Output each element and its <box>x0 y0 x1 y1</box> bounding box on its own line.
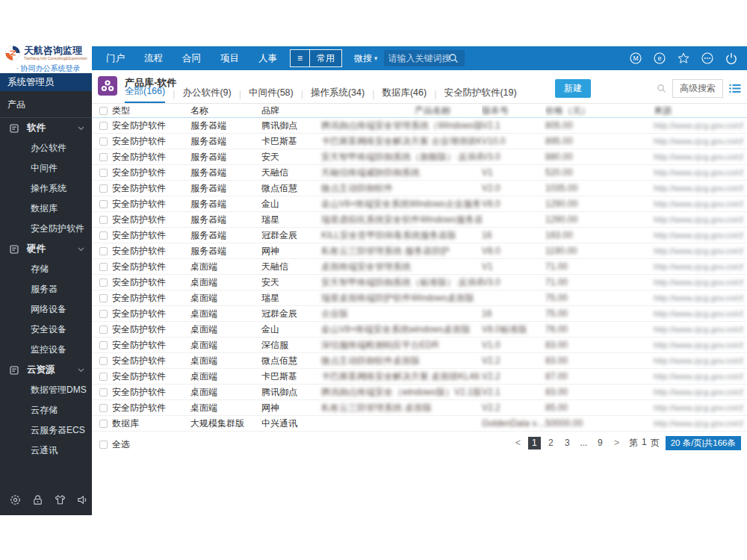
sidebar-item[interactable]: 操作系统 <box>0 178 92 199</box>
table-row[interactable]: 安全防护软件服务器端腾讯御点腾讯御点终端安全管理系统（Windows版）V2.1… <box>92 118 747 134</box>
table-row[interactable]: 安全防护软件桌面端瑞星瑞星桌面终端防护软件Windows桌面版75.00http… <box>92 290 747 306</box>
nav-item-common[interactable]: 常用 <box>309 50 341 66</box>
sidebar-item[interactable]: 云通讯 <box>0 441 92 461</box>
row-checkbox[interactable] <box>99 373 108 381</box>
sidebar-item[interactable]: 数据管理DMS <box>0 380 92 400</box>
table-row[interactable]: 安全防护软件桌面端网神私有云三防管理系统·桌面版V2.285.00http://… <box>92 400 747 416</box>
table-row[interactable]: 安全防护软件桌面端卡巴斯基卡巴斯基网络安全解决方案 桌面级KL48… +KL…V… <box>92 369 747 385</box>
favorite-star-icon[interactable] <box>677 52 690 65</box>
lock-icon[interactable] <box>31 493 44 506</box>
sidebar-item[interactable]: 监控设备 <box>0 340 92 360</box>
search-scope-dropdown[interactable]: 微搜 ▾ <box>354 52 378 65</box>
tab-5[interactable]: 数据库(46) <box>382 87 427 103</box>
table-row[interactable]: 安全防护软件服务器端冠群金辰KILL安全胄甲防病毒系统服务器版16163.00h… <box>92 228 747 243</box>
tab-1[interactable]: 全部(166) <box>125 85 165 103</box>
table-row[interactable]: 安全防护软件服务器端卡巴斯基卡巴斯基网络安全解决方案 企业增强级KL4863AA… <box>92 134 747 149</box>
page-size-badge[interactable]: 20 条/页|共166条 <box>666 436 741 450</box>
row-checkbox[interactable] <box>99 169 108 177</box>
theme-tshirt-icon[interactable] <box>54 493 66 506</box>
sidebar-group-header[interactable]: 云资源 <box>0 360 92 380</box>
page-number[interactable]: 3 <box>561 437 574 449</box>
row-checkbox[interactable] <box>99 263 108 271</box>
row-checkbox[interactable] <box>99 184 108 193</box>
table-row[interactable]: 安全防护软件桌面端冠群金辰企业版1675.00http://www.zjcg.g… <box>92 306 747 322</box>
sidebar-item[interactable]: 存储 <box>0 259 92 279</box>
sidebar-item[interactable]: 服务器 <box>0 279 92 299</box>
row-checkbox[interactable] <box>99 357 108 365</box>
row-checkbox[interactable] <box>99 122 108 130</box>
row-checkbox[interactable] <box>99 231 108 240</box>
row-checkbox[interactable] <box>99 200 108 208</box>
sidebar-item[interactable]: 办公软件 <box>0 138 92 158</box>
sidebar-group-header[interactable]: 软件 <box>0 118 92 138</box>
sidebar-group-header[interactable]: 硬件 <box>0 239 92 259</box>
table-row[interactable]: 安全防护软件桌面端腾讯御点腾讯御点终端安全（windows版）V2.1版V2.1… <box>92 385 747 400</box>
sidebar-item[interactable]: 云存储 <box>0 400 92 420</box>
table-row[interactable]: 安全防护软件服务器端微点佰慧微点主动防御软件V2.01035.00http://… <box>92 181 747 196</box>
settings-gear-icon[interactable] <box>9 493 22 506</box>
nav-item-2[interactable]: 流程 <box>134 46 173 70</box>
sidebar-item[interactable]: 安全防护软件 <box>0 219 92 239</box>
row-checkbox[interactable] <box>99 420 108 428</box>
sidebar-item[interactable]: 中间件 <box>0 158 92 178</box>
tab-6[interactable]: 安全防护软件(19) <box>444 87 516 103</box>
nav-item-5[interactable]: 人事 <box>249 46 287 70</box>
page-number[interactable]: 2 <box>545 437 557 449</box>
row-checkbox[interactable] <box>99 216 108 224</box>
row-checkbox[interactable] <box>99 153 108 161</box>
table-row[interactable]: 安全防护软件桌面端天融信桌面终端安全管理系统V171.00http://www.… <box>92 259 747 275</box>
row-checkbox[interactable] <box>99 404 108 412</box>
row-checkbox[interactable] <box>99 310 108 318</box>
page-number[interactable]: 9 <box>594 437 607 449</box>
page-jump-part[interactable]: 1 <box>642 437 647 449</box>
sidebar-item[interactable]: 网络设备 <box>0 299 92 320</box>
nav-item-1[interactable]: 门户 <box>96 46 134 70</box>
sound-speaker-icon[interactable] <box>76 493 89 506</box>
more-options-icon[interactable] <box>701 52 714 65</box>
row-checkbox[interactable] <box>99 388 108 396</box>
header-checkbox[interactable] <box>99 107 108 115</box>
table-row[interactable]: 安全防护软件桌面端微点佰慧微点主动防御软件桌面版V2.283.00http://… <box>92 353 747 369</box>
table-row[interactable]: 安全防护软件服务器端金山金山V8+终端安全系统Windows企业服务器版V8.0… <box>92 196 747 212</box>
nav-item-4[interactable]: 项目 <box>211 46 249 70</box>
column-header-label: 来源 <box>654 105 672 116</box>
table-row[interactable]: 安全防护软件服务器端安天安天智甲终端防御系统（旗舰版）·反病毒模块V3.0880… <box>92 149 747 165</box>
table-row[interactable]: 安全防护软件服务器端网神私有云三防管理系统·服务器防护V8.01190.00ht… <box>92 243 747 259</box>
list-view-icon[interactable] <box>729 84 741 93</box>
cell-type: 安全防护软件 <box>112 370 190 383</box>
nav-menu-icon[interactable]: ≡ <box>291 50 309 66</box>
row-checkbox[interactable] <box>99 137 108 146</box>
table-row[interactable]: 安全防护软件服务器端瑞星瑞星虚拟化系统安全软件Windows服务器版1290.0… <box>92 212 747 228</box>
search-icon[interactable] <box>448 53 459 63</box>
column-header: 类型 <box>112 105 190 117</box>
table-row[interactable]: 数据库大规模集群版中兴通讯GoldenData v…50000.00http:/… <box>92 416 747 432</box>
tab-3[interactable]: 中间件(58) <box>249 87 294 103</box>
tab-4[interactable]: 操作系统(34) <box>311 87 365 103</box>
nav-item-3[interactable]: 合同 <box>173 46 211 70</box>
sidebar-item[interactable]: 云服务器ECS <box>0 420 92 441</box>
select-all-checkbox[interactable] <box>99 441 108 449</box>
table-search-icon[interactable] <box>657 84 666 93</box>
table-row[interactable]: 安全防护软件桌面端深信服深信服终端检测响应平台EDRV1.083.00http:… <box>92 337 747 353</box>
page-prev-button[interactable]: < <box>512 437 524 449</box>
page-next-button[interactable]: > <box>610 437 623 449</box>
enterprise-chat-icon[interactable]: e <box>653 52 666 65</box>
table-row[interactable]: 安全防护软件桌面端安天安天智甲终端防御系统（标准版）·反病毒模块 （EP）·反病… <box>92 275 747 290</box>
power-logout-icon[interactable] <box>725 52 738 65</box>
message-m-icon[interactable]: M <box>629 52 642 65</box>
advanced-search-button[interactable]: 高级搜索 <box>672 79 723 98</box>
tab-2[interactable]: 办公软件(9) <box>182 87 231 103</box>
oa-login-link[interactable]: · 协同办公系统登录 <box>4 63 92 74</box>
row-checkbox[interactable] <box>99 247 108 255</box>
sidebar-item[interactable]: 安全设备 <box>0 320 92 340</box>
sidebar-item[interactable]: 数据库 <box>0 199 92 219</box>
row-checkbox[interactable] <box>99 341 108 349</box>
row-checkbox[interactable] <box>99 326 108 334</box>
table-row[interactable]: 安全防护软件服务器端天融信天融信终端威胁防御系统V1520.00http://w… <box>92 165 747 181</box>
table-row[interactable]: 安全防护软件桌面端金山金山V8+终端安全系统windows桌面版V8.0标准版7… <box>92 322 747 337</box>
row-checkbox[interactable] <box>99 279 108 287</box>
new-button[interactable]: 新建 <box>555 79 591 98</box>
page-number[interactable]: 1 <box>528 437 541 449</box>
row-checkbox[interactable] <box>99 294 108 302</box>
table-search-input[interactable] <box>597 84 651 94</box>
